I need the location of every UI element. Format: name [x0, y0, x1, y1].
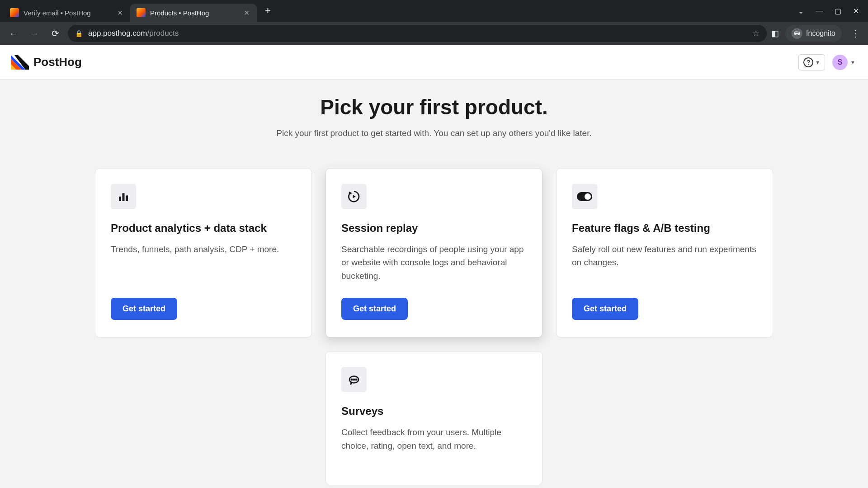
product-card-product-analytics[interactable]: Product analytics + data stack Trends, f… [95, 168, 312, 338]
forward-button[interactable]: → [26, 25, 42, 42]
bookmark-star-icon[interactable]: ☆ [752, 28, 760, 38]
browser-menu-button[interactable]: ⋮ [848, 28, 863, 39]
close-window-button[interactable]: ✕ [853, 7, 859, 15]
help-icon: ? [803, 57, 813, 67]
get-started-button[interactable]: Get started [341, 298, 408, 320]
app-header: PostHog ? ▼ S ▼ [0, 45, 868, 80]
posthog-favicon [137, 8, 146, 17]
page-subtitle: Pick your first product to get started w… [0, 128, 868, 138]
get-started-button[interactable]: Get started [572, 298, 638, 320]
posthog-logo[interactable]: PostHog [11, 55, 82, 70]
product-description: Searchable recordings of people using yo… [341, 243, 527, 282]
svg-marker-7 [349, 192, 353, 195]
page-title: Pick your first product. [0, 95, 868, 119]
window-controls: ⌄ ― ▢ ✕ [798, 7, 864, 15]
minimize-button[interactable]: ― [816, 7, 823, 15]
product-grid: Product analytics + data stack Trends, f… [0, 168, 868, 488]
product-description: Collect feedback from your users. Multip… [341, 426, 527, 452]
close-icon[interactable]: ✕ [243, 9, 250, 17]
chevron-down-icon: ▼ [850, 60, 855, 65]
app-viewport: PostHog ? ▼ S ▼ Pick your first product.… [0, 45, 868, 488]
posthog-favicon [10, 8, 19, 17]
chevron-down-icon: ▼ [815, 60, 820, 65]
svg-point-10 [354, 379, 355, 380]
product-card-session-replay[interactable]: Session replay Searchable recordings of … [326, 168, 542, 338]
product-card-feature-flags[interactable]: Feature flags & A/B testing Safely roll … [556, 168, 773, 338]
product-card-surveys[interactable]: Surveys Collect feedback from your users… [326, 351, 542, 485]
url-text: app.posthog.com/products [88, 29, 179, 38]
back-button[interactable]: ← [5, 25, 22, 42]
product-description: Trends, funnels, path analysis, CDP + mo… [111, 243, 296, 282]
tabs-area: Verify email • PostHog ✕ Products • Post… [4, 0, 798, 22]
product-title: Product analytics + data stack [111, 222, 296, 235]
browser-tab-products[interactable]: Products • PostHog ✕ [130, 4, 257, 22]
reload-button[interactable]: ⟳ [47, 25, 63, 42]
close-icon[interactable]: ✕ [116, 9, 124, 17]
product-title: Feature flags & A/B testing [572, 222, 757, 235]
address-bar[interactable]: 🔒 app.posthog.com/products ☆ [68, 25, 767, 42]
browser-tab-verify-email[interactable]: Verify email • PostHog ✕ [4, 4, 130, 22]
svg-rect-4 [119, 197, 121, 201]
new-tab-button[interactable]: + [259, 2, 276, 19]
posthog-logo-mark [11, 55, 29, 70]
incognito-badge[interactable]: 🕶 Incognito [785, 25, 842, 42]
user-menu-button[interactable]: S ▼ [830, 53, 857, 72]
incognito-label: Incognito [806, 29, 835, 38]
lock-icon: 🔒 [75, 30, 83, 37]
url-host: app.posthog.com [88, 29, 147, 38]
avatar: S [832, 55, 848, 70]
chevron-down-icon[interactable]: ⌄ [798, 7, 804, 15]
svg-rect-5 [123, 193, 125, 202]
browser-toolbar: ← → ⟳ 🔒 app.posthog.com/products ☆ ◧ 🕶 I… [0, 22, 868, 45]
app-body: Pick your first product. Pick your first… [0, 80, 868, 488]
url-path: /products [147, 29, 179, 38]
bar-chart-icon [111, 184, 136, 209]
toolbar-right: ◧ 🕶 Incognito ⋮ [771, 25, 863, 42]
maximize-button[interactable]: ▢ [835, 7, 841, 15]
get-started-button[interactable]: Get started [111, 298, 177, 320]
extensions-icon[interactable]: ◧ [771, 28, 779, 38]
toggle-icon [572, 184, 597, 209]
posthog-logo-text: PostHog [33, 55, 82, 69]
tab-title: Verify email • PostHog [24, 9, 112, 17]
browser-tabstrip: Verify email • PostHog ✕ Products • Post… [0, 0, 868, 22]
product-title: Surveys [341, 405, 527, 418]
incognito-icon: 🕶 [792, 28, 802, 39]
svg-point-9 [351, 379, 353, 380]
svg-rect-6 [126, 196, 128, 202]
chat-icon [341, 367, 367, 392]
tab-title: Products • PostHog [150, 9, 238, 17]
product-description: Safely roll out new features and run exp… [572, 243, 757, 282]
header-actions: ? ▼ S ▼ [798, 53, 857, 72]
product-title: Session replay [341, 222, 527, 235]
svg-point-11 [356, 379, 357, 380]
replay-icon [341, 184, 367, 209]
svg-marker-8 [353, 195, 356, 198]
help-menu-button[interactable]: ? ▼ [798, 54, 825, 70]
